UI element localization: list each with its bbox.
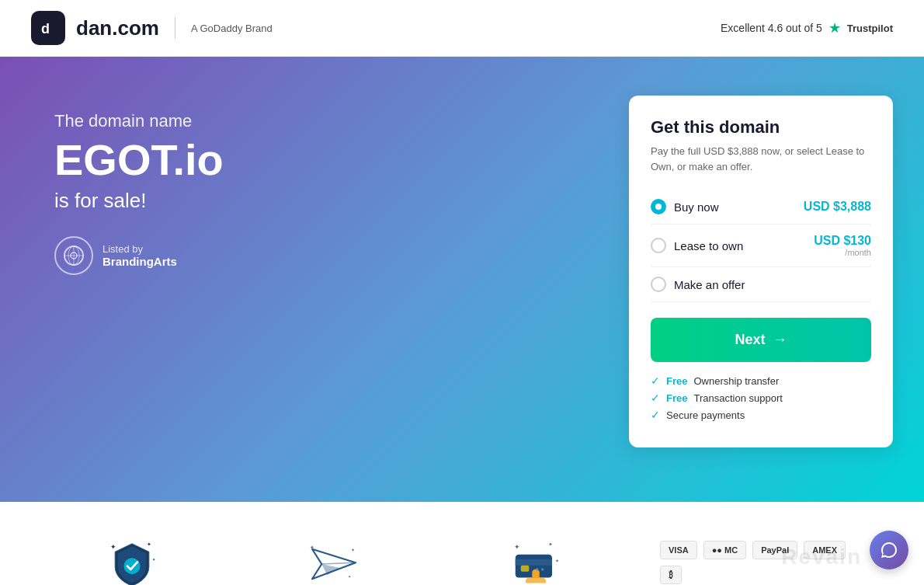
next-arrow-icon: → xyxy=(773,332,787,348)
svg-point-23 xyxy=(536,568,539,571)
header-left: d dan.com A GoDaddy Brand xyxy=(31,11,273,45)
check-icon-3: ✓ xyxy=(651,409,660,421)
svg-text:✦: ✦ xyxy=(548,541,553,547)
free-desc-2: Transaction support xyxy=(693,392,782,404)
mc-icon: ●● MC xyxy=(703,541,746,559)
plane-icon: ✦ ✦ ✦ xyxy=(307,537,361,585)
make-offer-option[interactable]: Make an offer xyxy=(651,267,871,302)
listed-by-icon xyxy=(54,236,93,275)
buy-now-label: Buy now xyxy=(674,200,719,214)
lease-option[interactable]: Lease to own USD $130 /month xyxy=(651,225,871,267)
card-icon: ✦ ✦ ✦ xyxy=(509,537,563,585)
lease-price: USD $130 xyxy=(814,234,871,248)
trustpilot-name: Trustpilot xyxy=(847,23,893,34)
free-feature-2: ✓ Free Transaction support xyxy=(651,392,871,404)
hero-domain: EGOT.io xyxy=(54,136,629,184)
free-desc-3: Secure payments xyxy=(666,409,745,421)
svg-text:✦: ✦ xyxy=(110,543,116,551)
header-divider xyxy=(175,17,175,39)
svg-text:✦: ✦ xyxy=(348,574,351,579)
check-icon-2: ✓ xyxy=(651,392,660,404)
svg-text:✦: ✦ xyxy=(555,558,559,563)
lease-price-sub: /month xyxy=(814,248,871,257)
fast-transfers-icon-wrap: ✦ ✦ ✦ xyxy=(303,533,365,585)
buy-now-option[interactable]: Buy now USD $3,888 xyxy=(651,190,871,225)
visa-icon: VISA xyxy=(660,541,697,559)
free-desc-1: Ownership transfer xyxy=(693,375,779,387)
trustpilot-rating: Excellent 4.6 out of 5 xyxy=(721,22,822,34)
shield-icon: ✦ ✦ ✦ xyxy=(105,537,159,585)
dan-logo-icon: d xyxy=(31,11,65,45)
lease-label: Lease to own xyxy=(674,239,743,252)
hero-subtitle: The domain name xyxy=(54,111,629,131)
free-label-2: Free xyxy=(666,392,687,404)
feature-fast-transfers: ✦ ✦ ✦ Fast & easytransfers xyxy=(256,533,412,585)
bottom-section: ✦ ✦ ✦ Buyer Protectionprogram ✦ ✦ ✦ xyxy=(0,502,924,585)
svg-point-24 xyxy=(541,568,544,571)
buy-now-radio[interactable] xyxy=(651,199,666,214)
dan-logo-text: dan.com xyxy=(76,16,159,40)
payment-icons-row: VISA ●● MC PayPal AMEX ₿ xyxy=(660,541,870,584)
listed-by-label: Listed by xyxy=(102,243,177,255)
feature-hassle-free: ✦ ✦ ✦ Hassle freepayments xyxy=(458,533,613,585)
trustpilot-area: Excellent 4.6 out of 5 ★ Trustpilot xyxy=(721,19,893,37)
check-icon-1: ✓ xyxy=(651,374,660,387)
buyer-protection-icon-wrap: ✦ ✦ ✦ xyxy=(101,533,163,585)
hero-section: The domain name EGOT.io is for sale! Lis… xyxy=(0,57,924,502)
buy-now-left: Buy now xyxy=(651,199,719,214)
trustpilot-star-icon: ★ xyxy=(828,19,841,37)
free-feature-1: ✓ Free Ownership transfer xyxy=(651,374,871,387)
lease-left: Lease to own xyxy=(651,238,743,253)
hassle-free-icon-wrap: ✦ ✦ ✦ xyxy=(505,533,567,585)
svg-text:✦: ✦ xyxy=(514,543,520,551)
amex-icon: AMEX xyxy=(804,541,846,559)
listed-by-name: BrandingArts xyxy=(102,255,177,268)
svg-text:d: d xyxy=(41,21,50,37)
offer-radio[interactable] xyxy=(651,277,666,292)
feature-buyer-protection: ✦ ✦ ✦ Buyer Protectionprogram xyxy=(54,533,210,585)
listed-by-details: Listed by BrandingArts xyxy=(102,243,177,268)
btc-icon: ₿ xyxy=(660,566,682,584)
free-label-1: Free xyxy=(666,375,687,387)
free-features: ✓ Free Ownership transfer ✓ Free Transac… xyxy=(651,374,871,421)
svg-text:✦: ✦ xyxy=(152,557,155,562)
hero-forsale: is for sale! xyxy=(54,189,629,213)
domain-card: Get this domain Pay the full USD $3,888 … xyxy=(629,96,893,447)
lease-price-wrap: USD $130 /month xyxy=(814,234,871,257)
svg-rect-22 xyxy=(521,566,530,572)
header: d dan.com A GoDaddy Brand Excellent 4.6 … xyxy=(0,0,924,57)
card-description: Pay the full USD $3,888 now, or select L… xyxy=(651,144,871,174)
card-title: Get this domain xyxy=(651,117,871,138)
buy-now-price: USD $3,888 xyxy=(804,200,871,214)
chat-button[interactable] xyxy=(870,531,908,569)
svg-text:✦: ✦ xyxy=(147,541,151,547)
next-button[interactable]: Next → xyxy=(651,318,871,362)
next-label: Next xyxy=(735,332,765,348)
svg-marker-16 xyxy=(321,564,341,575)
offer-label: Make an offer xyxy=(674,278,745,291)
hero-content: The domain name EGOT.io is for sale! Lis… xyxy=(54,103,629,275)
lease-radio[interactable] xyxy=(651,238,666,253)
bottom-right-placeholder: VISA ●● MC PayPal AMEX ₿ xyxy=(660,533,870,584)
svg-text:✦: ✦ xyxy=(351,547,355,552)
paypal-icon: PayPal xyxy=(752,541,797,559)
free-feature-3: ✓ Secure payments xyxy=(651,409,871,421)
listed-by: Listed by BrandingArts xyxy=(54,236,629,275)
offer-left: Make an offer xyxy=(651,277,745,292)
godaddy-label: A GoDaddy Brand xyxy=(191,23,273,34)
svg-rect-21 xyxy=(516,559,552,566)
